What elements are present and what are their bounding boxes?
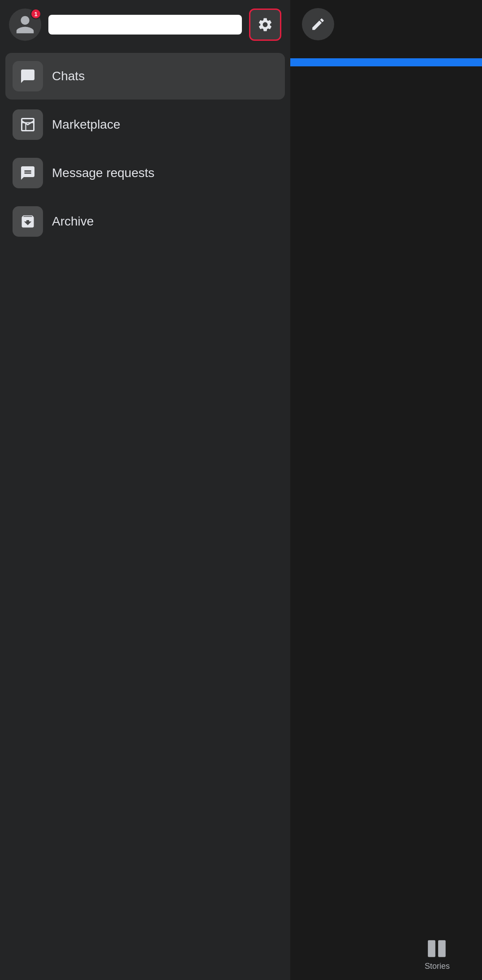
navigation-drawer: 1 Chats: [0, 0, 290, 980]
message-requests-label: Message requests: [52, 166, 155, 180]
svg-rect-1: [428, 940, 435, 957]
settings-button[interactable]: [249, 9, 281, 41]
blue-accent-bar: [289, 58, 482, 66]
archive-label: Archive: [52, 214, 94, 229]
gear-icon: [257, 17, 273, 33]
right-panel: [289, 0, 482, 980]
search-input[interactable]: [48, 15, 242, 35]
compose-icon: [310, 17, 326, 32]
marketplace-label: Marketplace: [52, 117, 120, 132]
chat-icon: [20, 68, 36, 84]
chats-icon-container: [13, 61, 43, 91]
avatar-container[interactable]: 1: [9, 9, 41, 41]
compose-button[interactable]: [302, 8, 334, 40]
menu-item-archive[interactable]: Archive: [5, 198, 285, 245]
stories-label: Stories: [425, 962, 450, 971]
notification-badge: 1: [30, 9, 41, 19]
menu-item-marketplace[interactable]: Marketplace: [5, 101, 285, 148]
marketplace-icon: [20, 117, 36, 133]
menu-list: Chats Marketplace Message requests: [0, 49, 290, 248]
marketplace-icon-container: [13, 109, 43, 140]
bottom-bar: Stories: [392, 935, 482, 980]
svg-rect-2: [438, 940, 446, 957]
menu-item-chats[interactable]: Chats: [5, 53, 285, 100]
menu-item-message-requests[interactable]: Message requests: [5, 150, 285, 196]
message-requests-icon: [20, 165, 36, 181]
message-requests-icon-container: [13, 158, 43, 188]
chats-label: Chats: [52, 69, 85, 83]
archive-icon: [20, 213, 36, 230]
drawer-header: 1: [0, 0, 290, 49]
archive-icon-container: [13, 206, 43, 237]
stories-icon-svg: [426, 937, 448, 960]
stories-icon: [426, 937, 448, 960]
